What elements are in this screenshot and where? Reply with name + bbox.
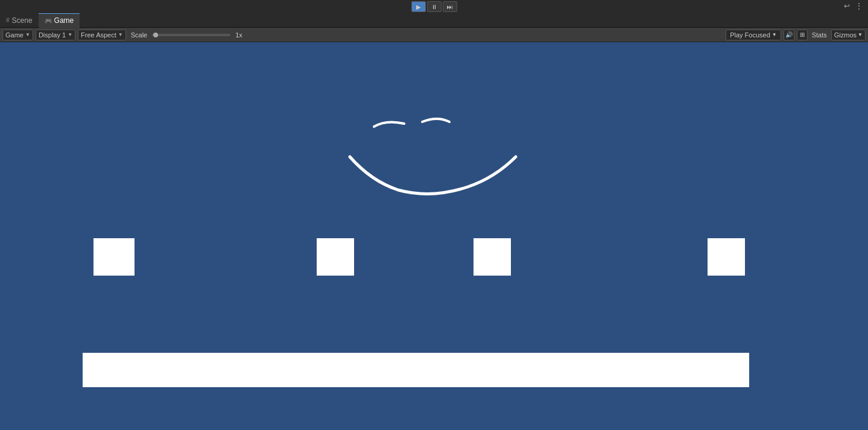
scale-slider-dot [153,33,158,37]
more-icon: ⋮ [855,1,863,11]
scene-tab-label: Scene [12,16,33,25]
scale-slider[interactable] [152,34,230,36]
display-dropdown-label: Display 1 [39,31,66,39]
scene-icon: # [6,17,10,24]
pause-icon: ⏸ [431,4,437,10]
white-square-1 [93,238,135,276]
game-viewport [0,42,868,430]
gizmos-arrow: ▼ [858,32,863,37]
face-drawing [338,103,531,211]
aspect-dropdown-arrow: ▼ [118,32,123,37]
pause-button[interactable]: ⏸ [427,1,442,12]
white-square-2 [317,238,354,276]
play-button[interactable]: ▶ [411,1,426,12]
more-button[interactable]: ⋮ [855,1,863,11]
stats-button[interactable]: Stats [810,31,829,39]
step-icon: ⏭ [447,4,453,10]
play-focused-label: Play Focused [730,31,770,39]
game-dropdown-arrow: ▼ [25,32,30,37]
gizmos-label: Gizmos [834,31,857,39]
scale-value: 1x [235,31,242,39]
white-bottom-bar [83,353,749,387]
play-focused-arrow: ▼ [772,32,777,37]
play-icon: ▶ [416,4,421,10]
tab-row: # Scene 🎮 Game [0,13,868,28]
game-icon: 🎮 [45,17,52,24]
display-dropdown-arrow: ▼ [68,32,72,37]
grid-button[interactable]: ⊞ [797,30,808,40]
game-dropdown-label: Game [5,31,24,39]
display-dropdown[interactable]: Display 1 ▼ [36,30,75,40]
play-focused-button[interactable]: Play Focused ▼ [726,30,781,40]
history-button[interactable]: ↩ [844,2,850,10]
gizmos-button[interactable]: Gizmos ▼ [831,30,866,40]
step-button[interactable]: ⏭ [443,1,457,12]
audio-button[interactable]: 🔊 [784,30,794,40]
white-square-4 [708,238,745,276]
game-tab-label: Game [54,16,74,25]
tab-scene[interactable]: # Scene [0,13,39,28]
scale-label: Scale [131,31,148,39]
aspect-dropdown[interactable]: Free Aspect ▼ [78,30,126,40]
game-dropdown[interactable]: Game ▼ [2,30,33,40]
aspect-dropdown-label: Free Aspect [81,31,116,39]
audio-icon: 🔊 [785,31,793,38]
tab-game[interactable]: 🎮 Game [39,13,80,28]
toolbar-right: Play Focused ▼ 🔊 ⊞ Stats Gizmos ▼ [726,30,866,40]
toolbar-row: Game ▼ Display 1 ▼ Free Aspect ▼ Scale 1… [0,28,868,42]
history-icon: ↩ [844,2,850,10]
white-square-3 [474,238,511,276]
grid-icon: ⊞ [800,31,805,38]
top-bar: ▶ ⏸ ⏭ ↩ ⋮ [0,0,868,13]
play-controls: ▶ ⏸ ⏭ [411,1,457,12]
